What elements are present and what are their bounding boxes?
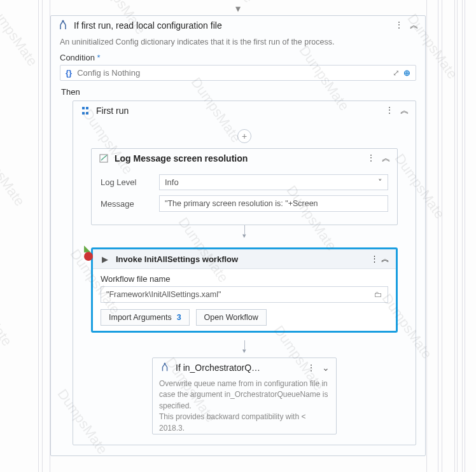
collapse-icon[interactable]: ︽	[381, 254, 389, 263]
activity-if-orchestrator-queue[interactable]: If in_OrchestratorQ… ⋮ ⌄ Overwrite queue…	[152, 357, 337, 434]
more-icon[interactable]: ⋮	[370, 254, 379, 263]
svg-rect-1	[82, 107, 85, 109]
more-icon[interactable]: ⋮	[395, 20, 403, 31]
svg-point-0	[62, 20, 64, 22]
braces-icon: {}	[66, 68, 72, 78]
import-arguments-button[interactable]: Import Arguments 3	[101, 309, 190, 326]
then-label: Then	[61, 87, 415, 97]
if-icon	[57, 20, 69, 31]
activity-invoke-initallsettings[interactable]: ◣ ▶ Invoke InitAllSettings workflow ⋮ ︽	[91, 247, 398, 333]
more-icon[interactable]: ⋮	[307, 363, 316, 373]
log-level-label: Log Level	[101, 177, 150, 187]
collapse-icon[interactable]: ︽	[400, 105, 409, 116]
open-workflow-button[interactable]: Open Workflow	[196, 309, 267, 326]
condition-label: Condition *	[60, 53, 416, 62]
more-icon[interactable]: ⋮	[367, 153, 375, 164]
invoke-title: Invoke InitAllSettings workflow	[116, 254, 365, 264]
expand-icon[interactable]: ⤢	[393, 68, 400, 78]
flow-arrow-icon: ▾	[82, 232, 407, 240]
add-activity-button[interactable]: +	[237, 129, 251, 143]
nested-if-description: Overwrite queue name from in configurati…	[153, 377, 336, 434]
svg-rect-2	[86, 107, 88, 109]
if-icon	[159, 362, 171, 373]
collapse-icon[interactable]: ︽	[410, 20, 419, 31]
flow-arrow-top: ▾	[50, 5, 426, 13]
condition-input[interactable]: {} Config is Nothing ⤢ ⊕	[60, 65, 416, 81]
workflow-file-label: Workflow file name	[101, 274, 388, 284]
breakpoint-icon[interactable]	[84, 252, 93, 261]
expand-icon[interactable]: ⌄	[322, 363, 330, 373]
svg-rect-3	[82, 112, 85, 115]
nested-if-title: If in_OrchestratorQ…	[176, 363, 302, 373]
activity-log-message[interactable]: Log Message screen resolution ⋮ ︽ Log Le…	[91, 148, 398, 225]
svg-rect-4	[86, 112, 88, 115]
workflow-file-input[interactable]: "Framework\InitAllSettings.xaml" 🗀	[101, 286, 388, 303]
add-condition-icon[interactable]: ⊕	[403, 68, 410, 78]
log-icon	[98, 153, 109, 164]
svg-point-6	[164, 363, 166, 364]
play-icon: ▶	[99, 253, 111, 265]
message-input[interactable]: "The primary screen resolution is: "+Scr…	[159, 195, 388, 212]
collapse-icon[interactable]: ︽	[382, 153, 391, 164]
activity-if-first-run[interactable]: If first run, read local configuration f…	[50, 15, 426, 456]
activity-first-run[interactable]: First run ⋮ ︽ +	[73, 101, 416, 445]
condition-expression: Config is Nothing	[77, 68, 140, 78]
flow-arrow-icon: ▾	[82, 347, 407, 355]
if-title: If first run, read local configuration f…	[74, 20, 389, 31]
log-level-select[interactable]: Info ˅	[159, 174, 388, 190]
chevron-down-icon: ˅	[378, 177, 382, 187]
folder-icon[interactable]: 🗀	[374, 290, 382, 299]
first-run-title: First run	[96, 106, 380, 116]
message-label: Message	[101, 199, 150, 209]
sequence-icon	[80, 105, 91, 116]
log-title: Log Message screen resolution	[115, 153, 361, 163]
if-description: An uninitialized Config dictionary indic…	[60, 38, 416, 46]
more-icon[interactable]: ⋮	[385, 105, 394, 116]
